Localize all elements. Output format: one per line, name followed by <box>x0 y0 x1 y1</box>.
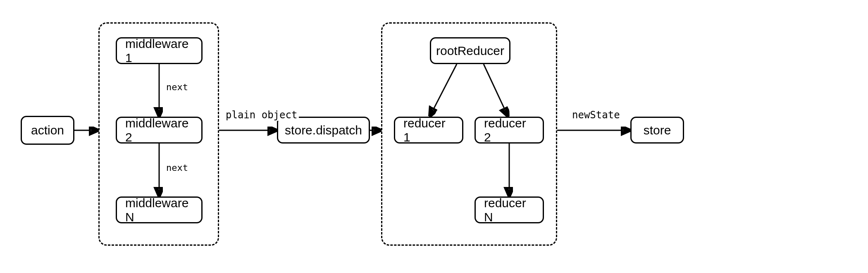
node-reducer-2: reducer 2 <box>475 117 544 144</box>
node-middleware-2: middleware 2 <box>116 117 203 144</box>
node-store: store <box>630 117 684 144</box>
node-middleware-1: middleware 1 <box>116 37 203 64</box>
node-label: reducer 1 <box>403 116 454 144</box>
edge-label-next-2: next <box>165 163 190 173</box>
node-middleware-n: middleware N <box>116 196 203 223</box>
node-label: reducer 2 <box>484 116 534 144</box>
edge-label-new-state: newState <box>570 109 622 121</box>
node-action: action <box>21 116 74 145</box>
node-label: rootReducer <box>436 44 504 58</box>
edge-label-plain-object: plain object <box>224 109 299 121</box>
edge-label-next-1: next <box>165 82 190 92</box>
node-label: store.dispatch <box>285 123 362 137</box>
node-label: middleware N <box>125 196 193 224</box>
node-reducer-1: reducer 1 <box>394 117 463 144</box>
node-label: action <box>31 123 64 137</box>
node-label: reducer N <box>484 196 534 224</box>
node-label: store <box>644 123 671 137</box>
node-label: middleware 2 <box>125 116 193 144</box>
node-label: middleware 1 <box>125 37 193 65</box>
node-reducer-n: reducer N <box>475 196 544 223</box>
node-root-reducer: rootReducer <box>430 37 510 64</box>
